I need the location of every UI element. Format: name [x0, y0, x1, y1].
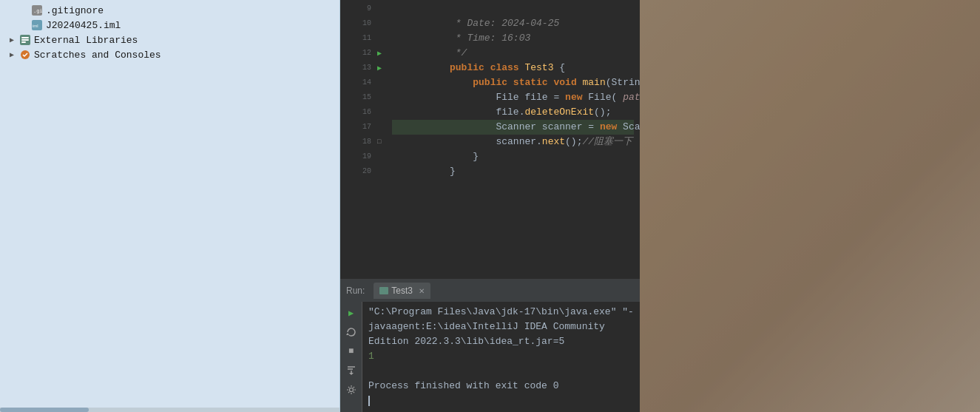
photo-background [640, 0, 980, 412]
sidebar-item-label-iml: J20240425.iml [46, 20, 121, 31]
sidebar-scrollbar[interactable] [0, 408, 339, 412]
sidebar-item-iml[interactable]: iml J20240425.iml [0, 18, 339, 33]
console-cursor-line [368, 394, 634, 408]
fold-icon-18[interactable]: □ [377, 138, 381, 146]
scratches-icon [19, 49, 31, 61]
console-cursor [368, 396, 370, 406]
tab-close-button[interactable]: ✕ [419, 287, 425, 295]
iml-icon: iml [31, 19, 43, 31]
console-process-done: Process finished with exit code 0 [368, 379, 634, 394]
svg-marker-13 [349, 373, 354, 375]
sidebar-item-gitignore[interactable]: .gi .gitignore [0, 3, 339, 18]
arrow-spacer2 [18, 19, 30, 31]
panel-tab-test3[interactable]: Test3 ✕ [374, 283, 430, 299]
sidebar-item-label-extlib: External Libraries [34, 35, 138, 46]
svg-text:iml: iml [33, 24, 38, 28]
scroll-end-button[interactable] [343, 362, 359, 379]
sidebar-item-label: .gitignore [46, 5, 104, 16]
gitignore-icon: .gi [31, 4, 43, 16]
sidebar-scrollthumb [0, 408, 89, 412]
bottom-panel: Run: Test3 ✕ ▶ ■ [340, 279, 640, 412]
arrow-spacer [18, 4, 30, 16]
code-editor[interactable]: 9 10 11 12 13 14 15 16 17 18 19 20 ▶ [340, 0, 640, 279]
console-output-1: 1 [368, 349, 634, 364]
sidebar-item-scratches[interactable]: ▶ Scratches and Consoles [0, 47, 339, 62]
console-output[interactable]: "C:\Program Files\Java\jdk-17\bin\java.e… [362, 302, 640, 412]
settings-button[interactable] [343, 382, 359, 398]
sidebar: .gi .gitignore iml J20240425.iml ▶ Exter… [0, 0, 340, 412]
svg-rect-6 [21, 39, 29, 41]
svg-text:.gi: .gi [33, 8, 42, 14]
ext-lib-icon [19, 34, 31, 46]
svg-point-14 [349, 388, 353, 392]
svg-rect-5 [21, 37, 29, 38]
panel-body: ▶ ■ "C:\Program Files\Java\jdk-17\bin\ja… [340, 302, 640, 412]
svg-rect-7 [21, 41, 26, 43]
ext-lib-arrow: ▶ [6, 34, 18, 46]
run-button[interactable]: ▶ [343, 305, 359, 321]
svg-marker-9 [346, 333, 349, 335]
line-numbers: 9 10 11 12 13 14 15 16 17 18 19 20 [340, 0, 377, 279]
sidebar-content: .gi .gitignore iml J20240425.iml ▶ Exter… [0, 0, 339, 408]
run-gutter-icon-12[interactable]: ▶ [377, 49, 382, 58]
main-area: .gi .gitignore iml J20240425.iml ▶ Exter… [0, 0, 980, 412]
gutter-icons: ▶ ▶ □ [377, 0, 392, 279]
sidebar-item-label-scratches: Scratches and Consoles [34, 50, 161, 61]
panel-toolbar: ▶ ■ [340, 302, 362, 412]
console-blank-line [368, 364, 634, 379]
rerun-button[interactable] [343, 324, 359, 340]
run-label: Run: [346, 286, 365, 296]
tab-label: Test3 [391, 286, 413, 296]
console-cmd-line: "C:\Program Files\Java\jdk-17\bin\java.e… [368, 305, 634, 349]
editor-area: 9 10 11 12 13 14 15 16 17 18 19 20 ▶ [340, 0, 640, 412]
scratches-arrow: ▶ [6, 49, 18, 61]
code-content[interactable]: * Date: 2024-04-25 * Time: 16:03 */ publ… [392, 0, 640, 279]
code-line-9: * Date: 2024-04-25 [392, 1, 634, 16]
panel-tabs-bar: Run: Test3 ✕ [340, 280, 640, 302]
sidebar-item-external-libraries[interactable]: ▶ External Libraries [0, 33, 339, 47]
tab-file-icon [379, 287, 388, 294]
stop-button[interactable]: ■ [343, 343, 359, 359]
run-gutter-icon-13[interactable]: ▶ [377, 64, 382, 72]
